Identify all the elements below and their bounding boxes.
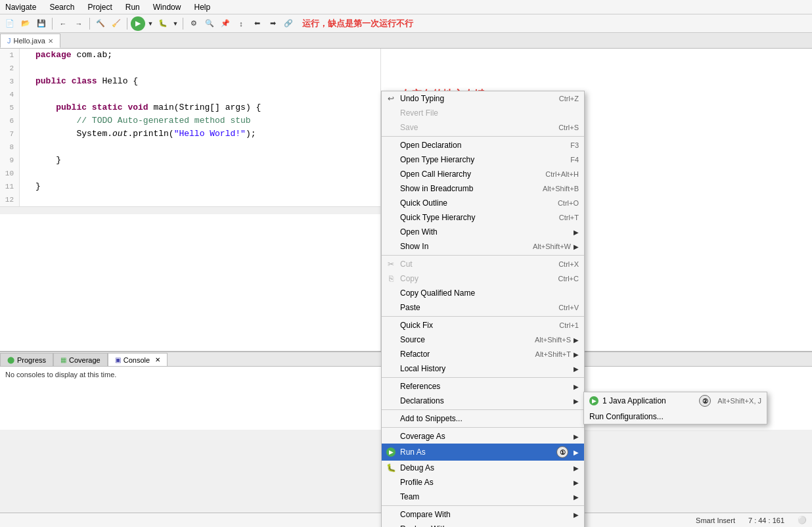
ctx-coverage-as[interactable]: Coverage As ▶ [382, 429, 584, 444]
ctx-refactor-label: Refactor [400, 350, 522, 359]
ctx-team-arrow: ▶ [574, 493, 579, 501]
code-content: 1 package com.ab; 2 3 public class Hello… [0, 49, 380, 206]
java-app-shortcut: Alt+Shift+X, J [717, 397, 761, 405]
ctx-cut[interactable]: ✂ Cut Ctrl+X [382, 257, 584, 271]
status-indicator: ⚪ [798, 516, 807, 524]
tab-console-close[interactable]: ✕ [155, 356, 160, 363]
cut-icon: ✂ [386, 259, 396, 269]
toolbar-btn-misc2[interactable]: 🔍 [202, 16, 217, 31]
ctx-open-type-shortcut: F4 [557, 156, 579, 164]
run-dropdown[interactable]: ▼ [147, 16, 154, 31]
toolbar-btn-forward[interactable]: → [72, 16, 86, 31]
ctx-cut-shortcut: Ctrl+X [545, 260, 579, 268]
ctx-quick-fix[interactable]: Quick Fix Ctrl+1 [382, 318, 584, 332]
toolbar-btn-misc1[interactable]: ⚙ [187, 16, 201, 31]
ctx-add-snippets[interactable]: Add to Snippets... [382, 411, 584, 426]
line-num-4: 4 [0, 88, 20, 101]
ctx-team[interactable]: Team ▶ [382, 490, 584, 504]
line-num-11: 11 [0, 180, 20, 193]
editor-tab-hello[interactable]: J Hello.java ✕ [0, 34, 60, 48]
ctx-debug-as[interactable]: 🐛 Debug As ▶ [382, 461, 584, 475]
toolbar-btn-clean[interactable]: 🧹 [109, 16, 124, 31]
toolbar-btn-build[interactable]: 🔨 [93, 16, 108, 31]
menu-item-run[interactable]: Run [123, 1, 143, 13]
ctx-compare[interactable]: Compare With ▶ [382, 507, 584, 522]
debug-button[interactable]: 🐛 [156, 16, 170, 31]
ctx-run-as[interactable]: ▶ Run As ① ▶ [382, 444, 584, 461]
console-message: No consoles to display at this time. [5, 371, 116, 378]
debug-dropdown[interactable]: ▼ [171, 16, 179, 31]
ctx-profile-as[interactable]: Profile As ▶ [382, 475, 584, 490]
ctx-replace-label: Replace With [400, 524, 571, 527]
ctx-quick-type-label: Quick Type Hierarchy [400, 213, 546, 222]
ctx-breadcrumb[interactable]: Show in Breadcrumb Alt+Shift+B [382, 181, 584, 196]
ctx-local-history[interactable]: Local History ▶ [382, 361, 584, 376]
code-editor[interactable]: 1 package com.ab; 2 3 public class Hello… [0, 49, 381, 351]
ctx-open-declaration[interactable]: Open Declaration F3 [382, 138, 584, 152]
ctx-open-call[interactable]: Open Call Hierarchy Ctrl+Alt+H [382, 167, 584, 181]
menu-item-help[interactable]: Help [191, 1, 213, 13]
line-num-10: 10 [0, 167, 20, 180]
java-app-circle-2: ② [699, 395, 711, 407]
toolbar-btn-misc7[interactable]: 🔗 [281, 16, 296, 31]
tab-label: Hello.java [14, 37, 45, 45]
tab-bar: J Hello.java ✕ [0, 33, 812, 49]
ctx-paste-label: Paste [400, 303, 545, 312]
submenu-java-app[interactable]: ▶ 1 Java Application ② Alt+Shift+X, J [584, 392, 767, 409]
line-code-5: public static void main(String[] args) { [30, 101, 261, 114]
toolbar-btn-misc6[interactable]: ➡ [265, 16, 280, 31]
submenu-java-app-label: 1 Java Application [602, 396, 692, 405]
submenu-runas: ▶ 1 Java Application ② Alt+Shift+X, J Ru… [583, 392, 767, 424]
toolbar-btn-misc3[interactable]: 📌 [218, 16, 233, 31]
ctx-refactor[interactable]: Refactor Alt+Shift+T ▶ [382, 347, 584, 361]
tab-close-btn[interactable]: ✕ [48, 37, 53, 45]
code-line-12: 12 [0, 193, 380, 206]
tab-coverage[interactable]: ▦ Coverage [53, 353, 108, 366]
ctx-open-declaration-label: Open Declaration [400, 141, 557, 150]
menu-bar: Navigate Search Project Run Window Help [0, 0, 812, 14]
ctx-paste[interactable]: Paste Ctrl+V [382, 300, 584, 315]
toolbar-sep-2 [89, 18, 90, 30]
editor-scrollbar[interactable] [0, 206, 380, 214]
ctx-quick-type[interactable]: Quick Type Hierarchy Ctrl+T [382, 210, 584, 225]
console-icon: ▣ [115, 356, 121, 363]
ctx-open-type[interactable]: Open Type Hierarchy F4 [382, 152, 584, 167]
ctx-copy[interactable]: ⎘ Copy Ctrl+C [382, 271, 584, 286]
ctx-coverage-as-arrow: ▶ [574, 433, 579, 440]
toolbar-btn-misc4[interactable]: ↕ [234, 16, 248, 31]
toolbar-btn-back[interactable]: ← [56, 16, 70, 31]
toolbar-btn-open[interactable]: 📂 [18, 16, 33, 31]
ctx-source[interactable]: Source Alt+Shift+S ▶ [382, 332, 584, 347]
ctx-undo[interactable]: ↩ Undo Typing Ctrl+Z [382, 91, 584, 106]
code-line-4: 4 [0, 88, 380, 101]
tab-console[interactable]: ▣ Console ✕ [108, 353, 168, 366]
submenu-run-config[interactable]: Run Configurations... [584, 409, 767, 424]
line-code-3: public class Hello { [30, 75, 138, 88]
ctx-replace[interactable]: Replace With ▶ [382, 522, 584, 527]
menu-item-project[interactable]: Project [85, 1, 114, 13]
ctx-open-with[interactable]: Open With ▶ [382, 225, 584, 239]
ctx-copy-shortcut: Ctrl+C [545, 275, 579, 283]
ctx-revert[interactable]: Revert File [382, 106, 584, 120]
ctx-debug-as-arrow: ▶ [574, 465, 579, 472]
tab-progress[interactable]: ⬤ Progress [0, 353, 53, 366]
ctx-debug-as-label: Debug As [400, 463, 571, 472]
menu-item-navigate[interactable]: Navigate [3, 1, 39, 13]
toolbar-btn-misc5[interactable]: ⬅ [250, 16, 264, 31]
toolbar-btn-save[interactable]: 💾 [34, 16, 49, 31]
menu-item-window[interactable]: Window [150, 1, 184, 13]
ctx-references-arrow: ▶ [574, 383, 579, 390]
ctx-save[interactable]: Save Ctrl+S [382, 120, 584, 135]
ctx-show-in[interactable]: Show In Alt+Shift+W ▶ [382, 239, 584, 254]
line-num-3: 3 [0, 75, 20, 88]
ctx-sep-7 [382, 505, 584, 506]
ctx-declarations[interactable]: Declarations ▶ [382, 394, 584, 408]
menu-item-search[interactable]: Search [47, 1, 77, 13]
run-button[interactable]: ▶ [131, 16, 145, 31]
ctx-copy-qualified[interactable]: Copy Qualified Name [382, 286, 584, 300]
ctx-quick-outline[interactable]: Quick Outline Ctrl+O [382, 196, 584, 210]
ctx-breadcrumb-label: Show in Breadcrumb [400, 184, 530, 193]
line-num-8: 8 [0, 141, 20, 154]
toolbar-btn-new[interactable]: 📄 [3, 16, 17, 31]
ctx-references[interactable]: References ▶ [382, 379, 584, 394]
